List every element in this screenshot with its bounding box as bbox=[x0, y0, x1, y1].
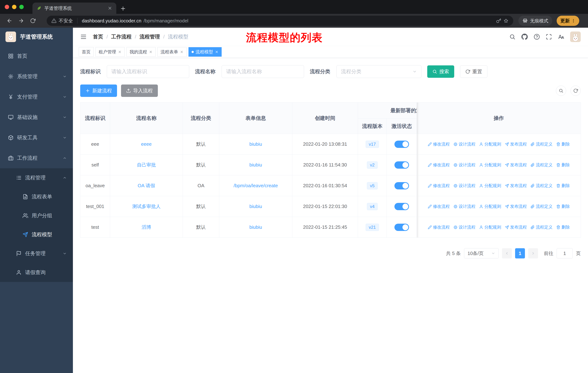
import-process-button[interactable]: 导入流程 bbox=[121, 84, 158, 97]
tag-close-icon[interactable] bbox=[149, 50, 153, 54]
process-id-input[interactable] bbox=[107, 65, 189, 78]
delete-link[interactable]: 删除 bbox=[556, 224, 570, 230]
create-process-button[interactable]: 新建流程 bbox=[80, 84, 117, 97]
minimize-button[interactable] bbox=[12, 5, 16, 9]
toggle-search-button[interactable] bbox=[556, 86, 566, 96]
modify-process-link[interactable]: 修改流程 bbox=[428, 162, 450, 168]
publish-process-link[interactable]: 发布流程 bbox=[505, 183, 527, 189]
design-process-link[interactable]: 设计流程 bbox=[453, 183, 475, 189]
fullscreen-button[interactable] bbox=[546, 34, 552, 40]
design-process-link[interactable]: 设计流程 bbox=[453, 204, 475, 209]
sidebar-item-home[interactable]: 首页 bbox=[0, 46, 73, 66]
form-info-link[interactable]: biubiu bbox=[249, 224, 262, 230]
new-tab-button[interactable] bbox=[120, 5, 126, 12]
zoom-button[interactable] bbox=[19, 5, 24, 9]
assign-rules-link[interactable]: 分配规则 bbox=[479, 141, 501, 147]
process-definition-link[interactable]: 流程定义 bbox=[531, 183, 553, 189]
tab-close-icon[interactable] bbox=[107, 6, 112, 10]
sidebar-item-infrastructure[interactable]: 基础设施 bbox=[0, 107, 73, 128]
close-button[interactable] bbox=[5, 5, 9, 9]
active-switch[interactable] bbox=[394, 141, 409, 148]
assign-rules-link[interactable]: 分配规则 bbox=[479, 162, 501, 168]
search-submit-button[interactable]: 搜索 bbox=[427, 65, 454, 78]
breadcrumb-item-workflow[interactable]: 工作流程 bbox=[111, 33, 132, 40]
refresh-table-button[interactable] bbox=[570, 86, 581, 96]
design-process-link[interactable]: 设计流程 bbox=[453, 224, 475, 230]
sidebar-item-workflow[interactable]: 工作流程 bbox=[0, 148, 73, 168]
form-info-link[interactable]: biubiu bbox=[249, 162, 262, 168]
process-name-link[interactable]: 自己审批 bbox=[137, 162, 156, 168]
modify-process-link[interactable]: 修改流程 bbox=[428, 183, 450, 189]
hamburger-button[interactable] bbox=[80, 33, 87, 40]
help-button[interactable] bbox=[534, 34, 540, 40]
update-button[interactable]: 更新 bbox=[557, 16, 579, 26]
assign-rules-link[interactable]: 分配规则 bbox=[479, 224, 501, 230]
page-button-1[interactable]: 1 bbox=[515, 248, 525, 258]
process-definition-link[interactable]: 流程定义 bbox=[531, 224, 553, 230]
tag-process-form[interactable]: 流程表单 bbox=[158, 47, 187, 57]
form-info-link[interactable]: biubiu bbox=[249, 141, 262, 147]
modify-process-link[interactable]: 修改流程 bbox=[428, 204, 450, 209]
form-info-link[interactable]: biubiu bbox=[249, 204, 262, 209]
form-info-link[interactable]: /bpm/oa/leave/create bbox=[234, 183, 278, 188]
browser-tab[interactable]: 芋道管理系统 bbox=[32, 2, 116, 14]
prev-page-button[interactable] bbox=[502, 248, 512, 258]
active-switch[interactable] bbox=[394, 182, 409, 189]
delete-link[interactable]: 删除 bbox=[556, 183, 570, 189]
process-category-select[interactable]: 流程分类 bbox=[336, 65, 421, 78]
tag-home[interactable]: 首页 bbox=[79, 47, 94, 57]
publish-process-link[interactable]: 发布流程 bbox=[505, 224, 527, 230]
forward-button[interactable] bbox=[16, 16, 26, 26]
star-icon[interactable] bbox=[504, 18, 509, 23]
reload-button[interactable] bbox=[28, 16, 38, 26]
assign-rules-link[interactable]: 分配规则 bbox=[479, 204, 501, 209]
active-switch[interactable] bbox=[394, 161, 409, 169]
active-switch[interactable] bbox=[394, 203, 409, 210]
sidebar-item-process-model[interactable]: 流程模型 bbox=[0, 225, 73, 244]
url-bar[interactable]: 不安全 dashboard.yudao.iocoder.cn /bpm/mana… bbox=[47, 16, 513, 26]
publish-process-link[interactable]: 发布流程 bbox=[505, 141, 527, 147]
next-page-button[interactable] bbox=[528, 248, 538, 258]
delete-link[interactable]: 删除 bbox=[556, 162, 570, 168]
process-definition-link[interactable]: 流程定义 bbox=[531, 204, 553, 209]
page-size-select[interactable]: 10条/页 bbox=[464, 248, 499, 258]
design-process-link[interactable]: 设计流程 bbox=[453, 162, 475, 168]
process-name-link[interactable]: OA 请假 bbox=[138, 183, 155, 188]
search-button[interactable] bbox=[509, 34, 515, 40]
process-name-input[interactable] bbox=[222, 65, 304, 78]
publish-process-link[interactable]: 发布流程 bbox=[505, 162, 527, 168]
github-button[interactable] bbox=[521, 33, 528, 40]
publish-process-link[interactable]: 发布流程 bbox=[505, 204, 527, 209]
delete-link[interactable]: 删除 bbox=[556, 141, 570, 147]
modify-process-link[interactable]: 修改流程 bbox=[428, 224, 450, 230]
back-button[interactable] bbox=[4, 16, 15, 26]
assign-rules-link[interactable]: 分配规则 bbox=[479, 183, 501, 189]
font-size-button[interactable] bbox=[558, 33, 564, 40]
tag-close-icon[interactable] bbox=[118, 50, 122, 54]
sidebar-item-process-form[interactable]: 流程表单 bbox=[0, 187, 73, 206]
key-icon[interactable] bbox=[496, 18, 501, 23]
process-definition-link[interactable]: 流程定义 bbox=[531, 141, 553, 147]
process-definition-link[interactable]: 流程定义 bbox=[531, 162, 553, 168]
process-name-link[interactable]: 滔博 bbox=[142, 224, 151, 230]
sidebar-item-payment-management[interactable]: 支付管理 bbox=[0, 87, 73, 107]
breadcrumb-item-process-management[interactable]: 流程管理 bbox=[140, 33, 160, 40]
process-name-link[interactable]: eeee bbox=[141, 141, 152, 147]
reset-button[interactable]: 重置 bbox=[460, 65, 487, 78]
process-name-link[interactable]: 测试多审批人 bbox=[132, 204, 161, 209]
sidebar-item-system-management[interactable]: 系统管理 bbox=[0, 66, 73, 87]
breadcrumb-item-home[interactable]: 首页 bbox=[93, 33, 103, 40]
tag-process-model[interactable]: 流程模型 bbox=[189, 47, 222, 57]
sidebar-item-dev-tools[interactable]: 研发工具 bbox=[0, 128, 73, 148]
sidebar-item-leave-query[interactable]: 请假查询 bbox=[0, 263, 73, 282]
tag-close-icon[interactable] bbox=[180, 50, 184, 54]
sidebar-item-user-group[interactable]: 用户分组 bbox=[0, 206, 73, 225]
sidebar-item-task-management[interactable]: 任务管理 bbox=[0, 244, 73, 263]
active-switch[interactable] bbox=[394, 224, 409, 231]
sidebar-item-process-management[interactable]: 流程管理 bbox=[0, 168, 73, 187]
tag-close-icon[interactable] bbox=[215, 50, 219, 54]
tag-my-process[interactable]: 我的流程 bbox=[126, 47, 156, 57]
design-process-link[interactable]: 设计流程 bbox=[453, 141, 475, 147]
delete-link[interactable]: 删除 bbox=[556, 204, 570, 209]
modify-process-link[interactable]: 修改流程 bbox=[428, 141, 450, 147]
